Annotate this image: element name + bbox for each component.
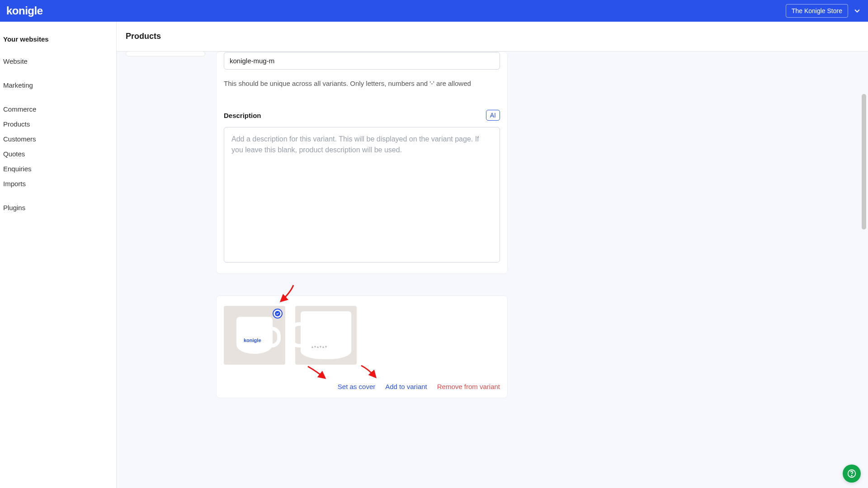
sidebar-item-customers[interactable]: Customers (0, 131, 116, 146)
sidebar-section-commerce: Commerce Products Customers Quotes Enqui… (0, 102, 116, 191)
left-mini-panel (126, 52, 205, 398)
svg-point-1 (851, 475, 852, 476)
image-actions-row: Set as cover Add to variant Remove from … (224, 383, 500, 390)
mug-illustration-2: ▴▾▴▾▴▾ (301, 311, 351, 359)
sidebar-item-plugins[interactable]: Plugins (0, 200, 116, 215)
description-header-row: Description AI (224, 110, 500, 121)
scrollbar-thumb[interactable] (862, 94, 866, 230)
sidebar-item-website[interactable]: Website (0, 54, 116, 69)
mug-illustration-1: konigle (236, 317, 273, 354)
sidebar: Your websites Website Marketing Commerce… (0, 22, 117, 488)
description-label: Description (224, 112, 261, 119)
annotation-arrow-3 (359, 364, 379, 381)
annotation-arrow-1 (277, 284, 295, 304)
image-thumbnails: konigle ▴▾▴▾▴▾ (224, 306, 500, 365)
sidebar-section-website: Website (0, 54, 116, 69)
sidebar-item-commerce[interactable]: Commerce (0, 102, 116, 117)
add-to-variant-link[interactable]: Add to variant (385, 383, 427, 390)
annotation-arrow-2 (306, 365, 329, 382)
sidebar-item-quotes[interactable]: Quotes (0, 146, 116, 161)
sidebar-heading: Your websites (0, 31, 116, 45)
variant-images-card: konigle ▴▾▴▾▴▾ (216, 296, 508, 398)
set-as-cover-link[interactable]: Set as cover (338, 383, 375, 390)
sidebar-item-enquiries[interactable]: Enquiries (0, 161, 116, 176)
sidebar-section-marketing: Marketing (0, 78, 116, 93)
check-icon (275, 311, 280, 316)
mug-label-1: konigle (244, 338, 261, 343)
variant-detail-card: This should be unique across all variant… (216, 52, 508, 274)
scrollbar-track[interactable] (861, 22, 867, 488)
sku-input[interactable] (224, 52, 500, 70)
sidebar-item-marketing[interactable]: Marketing (0, 78, 116, 93)
store-switcher: The Konigle Store (786, 4, 862, 18)
top-bar: konigle The Konigle Store (0, 0, 868, 22)
image-thumb-1[interactable]: konigle (224, 306, 285, 365)
image-thumb-2[interactable]: ▴▾▴▾▴▾ (295, 306, 357, 365)
sidebar-item-products[interactable]: Products (0, 117, 116, 131)
sidebar-section-plugins: Plugins (0, 200, 116, 215)
logo: konigle (6, 5, 43, 17)
ai-button[interactable]: AI (486, 110, 500, 121)
help-fab[interactable] (843, 465, 861, 483)
selected-check-badge (273, 309, 283, 319)
sidebar-item-imports[interactable]: Imports (0, 176, 116, 191)
page-title: Products (126, 32, 859, 41)
mug-label-2: ▴▾▴▾▴▾ (311, 345, 328, 349)
content-row: This should be unique across all variant… (117, 52, 868, 416)
center-column: This should be unique across all variant… (216, 52, 508, 398)
remove-from-variant-link[interactable]: Remove from variant (437, 383, 500, 390)
page-body: Your websites Website Marketing Commerce… (0, 22, 868, 488)
description-textarea[interactable]: Add a description for this variant. This… (224, 127, 500, 263)
main-area: Products This should be unique across al… (117, 22, 868, 488)
mini-card-stub (126, 51, 205, 56)
chevron-down-icon[interactable] (853, 6, 862, 15)
sku-helper-text: This should be unique across all variant… (224, 80, 500, 87)
main-header: Products (117, 22, 868, 52)
store-select-button[interactable]: The Konigle Store (786, 4, 848, 18)
logo-text: konigle (6, 5, 43, 17)
